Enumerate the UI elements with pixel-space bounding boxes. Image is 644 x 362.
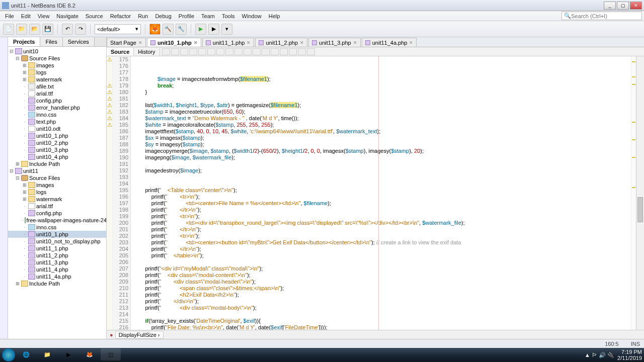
close-tab-icon[interactable]: ✕ [194,40,198,45]
open-button[interactable]: 📂 [29,24,40,35]
search-input[interactable] [571,13,640,19]
mbtn11[interactable] [253,48,261,55]
line-gutter[interactable]: 1751761771781791801811821831841851861871… [113,56,131,330]
tree-item[interactable]: ·arial.ttf [8,90,106,97]
marker-gutter[interactable]: ⚠⚠⚠⚠⚠⚠⚠⚠ [107,56,113,330]
sidebar-gutter[interactable] [0,37,8,339]
taskbar-firefox[interactable]: 🦊 [79,348,100,360]
tree-item[interactable]: ·inno.css [8,224,106,231]
tree-item[interactable]: ⊟unit10 [8,48,106,55]
tree-item[interactable]: ·unit10_3.php [8,146,106,153]
undo-button[interactable]: ↶ [62,24,73,35]
minimize-button[interactable]: _ [604,2,616,10]
vertical-scrollbar[interactable] [636,56,644,330]
tree-item[interactable]: ⊞watermark [8,196,106,203]
panel-tab-services[interactable]: Services [63,37,95,46]
tree-item[interactable]: ⊟Source Files [8,174,106,182]
mbtn4[interactable] [189,48,197,55]
mbtn15[interactable] [289,48,297,55]
nav-fwd-button[interactable] [171,48,179,55]
debug-button[interactable]: ▶ [208,24,219,35]
tree-item[interactable]: ⊞logs [8,189,106,196]
tree-item[interactable]: ·unit10_4.php [8,153,106,160]
file-tab[interactable]: unit11_1.php✕ [202,38,255,47]
mbtn10[interactable] [244,48,252,55]
tree-item[interactable]: ·unit10_not_to_display.php [8,238,106,245]
tree-item[interactable]: ·unit10_2.php [8,139,106,146]
taskbar-explorer[interactable]: 📁 [37,348,57,360]
menu-window[interactable]: Window [239,12,265,20]
tree-item[interactable]: ·afile.txt [8,83,106,90]
mbtn9[interactable] [234,48,243,55]
tree-item[interactable]: ·unit11_4.php [8,266,106,273]
tree-item[interactable]: ·unit11_1.php [8,245,106,252]
menu-file[interactable]: File [2,12,17,20]
start-button[interactable] [2,348,15,361]
menu-help[interactable]: Help [266,12,283,20]
menu-run[interactable]: Run [135,12,151,20]
clean-build-button[interactable]: 🔧 [176,24,187,35]
save-all-button[interactable]: 💾 [42,24,53,35]
tree-item[interactable]: ·unit11_4a.php [8,273,106,280]
mbtn12[interactable] [262,48,270,55]
mbtn17[interactable] [307,48,315,55]
tree-item[interactable]: ⊞Include Path [8,280,106,287]
search-box[interactable]: 🔍 [561,12,642,20]
tree-item[interactable]: ⊞watermark [8,76,106,83]
menu-edit[interactable]: Edit [18,12,34,20]
close-tab-icon[interactable]: ✕ [409,40,413,45]
breadcrumb-item[interactable]: DisplayFullSize› [115,331,164,339]
menu-navigate[interactable]: Navigate [53,12,81,20]
run-button[interactable]: ▶ [195,24,206,35]
close-tab-icon[interactable]: ✕ [300,40,304,45]
menu-source[interactable]: Source [83,12,106,20]
tree-item[interactable]: ·config.php [8,97,106,104]
taskbar-netbeans[interactable]: ◫ [101,348,121,360]
tree-item[interactable]: ⊞images [8,182,106,189]
project-tree[interactable]: ⊟unit10⊟Source Files⊞images⊞logs⊞waterma… [8,47,106,339]
tree-item[interactable]: ·unit10_1.php [8,132,106,139]
mbtn6[interactable] [207,48,215,55]
new-project-button[interactable]: 📁 [16,24,27,35]
mbtn16[interactable] [298,48,306,55]
tree-item[interactable]: ·unit10.odt [8,125,106,132]
tree-item[interactable]: ·unit11_3.php [8,259,106,266]
tree-item[interactable]: ·inno.css [8,111,106,118]
menu-team[interactable]: Team [198,12,218,20]
profile-button[interactable]: ▾ [221,24,232,35]
tree-item[interactable]: ·unit11_2.php [8,252,106,259]
tree-item[interactable]: ·unit10_1.php [8,231,106,238]
panel-tab-projects[interactable]: Projects [8,37,40,46]
menu-view[interactable]: View [35,12,53,20]
tray-icons[interactable]: ▲ 🏳 🔊 🔌 [585,352,614,358]
mbtn8[interactable] [225,48,233,55]
close-tab-icon[interactable]: ✕ [353,40,357,45]
file-tab[interactable]: unit11_4a.php✕ [362,38,417,47]
panel-tab-files[interactable]: Files [40,37,62,46]
mbtn3[interactable] [180,48,188,55]
maximize-button[interactable]: ▢ [617,2,629,10]
nav-back-button[interactable] [162,48,170,55]
tree-item[interactable]: ·error_handler.php [8,104,106,111]
menu-profile[interactable]: Profile [176,12,197,20]
tree-item[interactable]: ⊞logs [8,69,106,76]
tree-item[interactable]: ⊞Include Path [8,160,106,167]
error-stripe[interactable] [631,56,636,330]
file-tab[interactable]: unit10_1.php✕ [147,38,201,47]
tree-item[interactable]: ·text.php [8,118,106,125]
config-select[interactable]: <default>▾ [95,24,141,34]
redo-button[interactable]: ↷ [75,24,86,35]
tree-item[interactable]: ⊟Source Files [8,55,106,62]
close-tab-icon[interactable]: ✕ [138,40,142,45]
taskbar-ie[interactable]: 🌐 [16,348,36,360]
mbtn7[interactable] [216,48,224,55]
taskbar-media[interactable]: ▶ [58,348,78,360]
new-file-button[interactable]: 📄 [3,24,14,35]
file-tab[interactable]: unit11_3.php✕ [308,38,361,47]
clock-time[interactable]: 7:19 PM [617,349,642,355]
file-tab[interactable]: unit11_2.php✕ [255,38,307,47]
mbtn14[interactable] [280,48,288,55]
tree-item[interactable]: ·free-wallpaper-images-nature-24.jpg [8,217,106,224]
build-button[interactable]: 🔨 [163,24,174,35]
close-button[interactable]: ✕ [630,2,642,10]
